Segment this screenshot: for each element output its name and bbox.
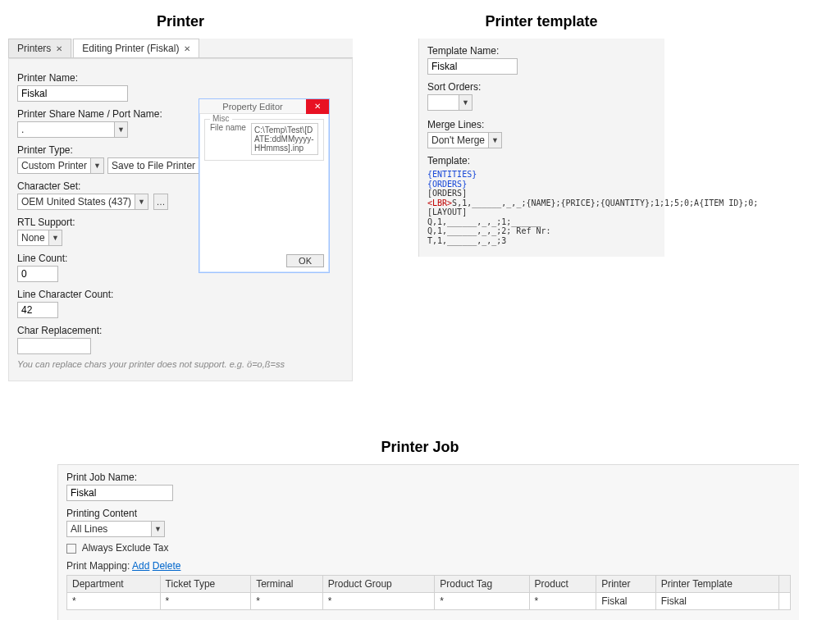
table-header[interactable]: Product Group [322, 576, 435, 593]
job-name-input[interactable] [66, 485, 173, 501]
label-printer-name: Printer Name: [17, 72, 344, 84]
chevron-down-icon: ▼ [90, 158, 103, 173]
sort-orders-select[interactable]: ▼ [427, 94, 472, 111]
charset-select[interactable]: OEM United States (437) ▼ [17, 194, 148, 210]
table-header[interactable]: Department [67, 576, 161, 593]
tab-label: Editing Printer (Fiskal) [82, 43, 179, 54]
print-mapping-table[interactable]: DepartmentTicket TypeTerminalProduct Gro… [66, 575, 791, 610]
charrepl-hint: You can replace chars your printer does … [17, 359, 344, 369]
merge-lines-select[interactable]: Don't Merge ▼ [427, 132, 502, 148]
ok-button[interactable]: OK [286, 254, 324, 267]
charset-more-button[interactable]: … [153, 194, 168, 210]
select-value: All Lines [67, 522, 151, 536]
label-merge-lines: Merge Lines: [427, 119, 656, 130]
table-header[interactable]: Terminal [251, 576, 323, 593]
chevron-down-icon: ▼ [488, 133, 501, 148]
property-editor-dialog: Property Editor ✕ Misc File name C:\Temp… [199, 98, 330, 273]
chevron-down-icon: ▼ [459, 95, 472, 110]
printer-type2-select[interactable]: Save to File Printer ▼ [107, 157, 212, 174]
label-sort-orders: Sort Orders: [427, 81, 656, 93]
close-icon[interactable]: ✕ [306, 99, 329, 114]
linecount-input[interactable] [17, 266, 58, 282]
tab-printers[interactable]: Printers ✕ [8, 39, 71, 57]
close-icon[interactable]: ✕ [56, 44, 62, 53]
section-title-printer: Printer [8, 13, 353, 30]
select-value: Save to File Printer [108, 158, 199, 173]
tab-editing-printer[interactable]: Editing Printer (Fiskal) ✕ [73, 39, 199, 57]
add-link[interactable]: Add [132, 560, 149, 572]
label-charrepl: Char Replacement: [17, 325, 344, 336]
dialog-title: Property Editor [199, 102, 306, 112]
select-value: Don't Merge [428, 133, 488, 148]
linecharcount-input[interactable] [17, 302, 58, 318]
chevron-down-icon: ▼ [114, 122, 127, 137]
label-printing-content: Printing Content [66, 508, 791, 519]
table-row[interactable]: ******FiskalFiskal [67, 593, 791, 610]
fieldset-legend: Misc [210, 114, 232, 123]
chevron-down-icon: ▼ [135, 194, 148, 209]
select-value: Custom Printer [18, 158, 90, 173]
template-code[interactable]: {ENTITIES}{ORDERS}[ORDERS]<LBR>S,1,_____… [427, 170, 656, 245]
rtl-select[interactable]: None ▼ [17, 230, 62, 246]
select-value: None [18, 230, 48, 245]
printer-name-input[interactable] [17, 85, 128, 102]
close-icon[interactable]: ✕ [184, 44, 190, 53]
table-header[interactable]: Ticket Type [160, 576, 251, 593]
printer-share-select[interactable]: . ▼ [17, 121, 128, 138]
table-header[interactable]: Printer [596, 576, 656, 593]
template-name-input[interactable] [427, 58, 518, 75]
section-title-template: Printer template [418, 13, 664, 30]
always-exclude-tax-checkbox[interactable] [66, 544, 76, 554]
label-linecharcount: Line Character Count: [17, 289, 344, 300]
chevron-down-icon: ▼ [48, 230, 62, 245]
table-header[interactable]: Product [529, 576, 596, 593]
prop-key-filename: File name [210, 123, 246, 155]
label-always-exclude-tax: Always Exclude Tax [82, 542, 169, 554]
label-template-name: Template Name: [427, 45, 656, 57]
label-job-name: Print Job Name: [66, 472, 791, 483]
printer-tabs: Printers ✕ Editing Printer (Fiskal) ✕ [8, 39, 353, 58]
printing-content-select[interactable]: All Lines ▼ [66, 521, 165, 537]
prop-val-filename[interactable]: C:\Temp\Test\[DATE:ddMMyyyy-HHmmss].inp [251, 123, 318, 155]
select-value: OEM United States (437) [18, 194, 135, 209]
select-value: . [18, 122, 114, 137]
table-header[interactable]: Product Tag [435, 576, 529, 593]
section-title-job: Printer Job [8, 439, 832, 456]
select-value [428, 95, 459, 110]
label-print-mapping: Print Mapping: [66, 560, 130, 572]
chevron-down-icon: ▼ [151, 522, 164, 536]
delete-link[interactable]: Delete [153, 560, 181, 572]
charrepl-input[interactable] [17, 338, 91, 354]
printer-type-select[interactable]: Custom Printer ▼ [17, 157, 104, 174]
table-header[interactable]: Printer Template [655, 576, 778, 593]
label-template: Template: [427, 155, 656, 166]
tab-label: Printers [17, 43, 51, 54]
